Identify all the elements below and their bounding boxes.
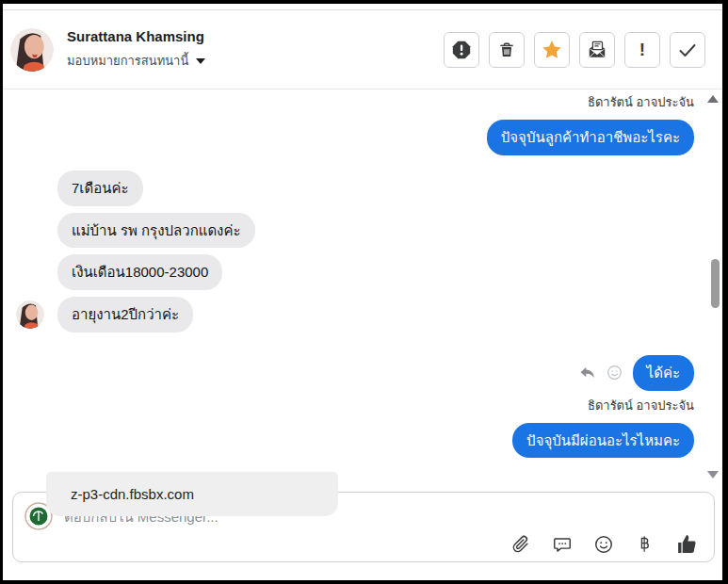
- trash-icon: [497, 41, 516, 59]
- message-row-with-avatar: อายุงาน2ปีกว่าค่ะ: [14, 297, 694, 333]
- woman-avatar-image: [10, 28, 54, 72]
- star-icon: [541, 39, 563, 61]
- emoji-button[interactable]: [593, 534, 614, 555]
- outgoing-message-bubble: ได้ค่ะ: [633, 355, 694, 391]
- reply-arrow-icon: [578, 364, 597, 382]
- scrollbar-thumb[interactable]: [711, 259, 720, 308]
- mark-important-button[interactable]: !: [624, 32, 660, 68]
- mark-done-button[interactable]: [670, 32, 705, 68]
- incoming-message-bubble: อายุงาน2ปีกว่าค่ะ: [57, 297, 193, 333]
- sender-name-label: ธิดารัตน์ อาจประจัน: [588, 396, 694, 415]
- saved-replies-button[interactable]: [552, 534, 573, 555]
- message-row-hover: ได้ค่ะ: [14, 355, 694, 391]
- outgoing-message-bubble: ปัจจุบันลูกค้าทำอาชีพอะไรคะ: [487, 120, 694, 155]
- composer-actions: [24, 532, 701, 556]
- message-row: ปัจจุบันมีผ่อนอะไรไหมคะ: [14, 423, 694, 459]
- attach-file-button[interactable]: [510, 534, 531, 555]
- contact-avatar[interactable]: [10, 28, 54, 72]
- thumbs-up-icon: [675, 532, 699, 556]
- important-icon: !: [639, 40, 645, 60]
- woman-avatar-image: [16, 300, 44, 329]
- sender-label-row: ธิดารัตน์ อาจประจัน: [14, 396, 694, 415]
- mark-unread-button[interactable]: [579, 32, 615, 68]
- message-row: 7เดือนค่ะ: [14, 170, 694, 206]
- assign-conversation-dropdown[interactable]: มอบหมายการสนทนานี้: [67, 51, 205, 71]
- scroll-down-arrow-icon[interactable]: [707, 471, 719, 479]
- smiley-outline-icon: [606, 364, 623, 381]
- panel-top-divider: [3, 4, 722, 10]
- message-sender-avatar[interactable]: [16, 300, 44, 329]
- sender-label-row: ธิดารัตน์ อาจประจัน: [14, 92, 694, 112]
- scroll-up-arrow-icon[interactable]: [707, 95, 719, 103]
- delete-button[interactable]: [489, 32, 525, 68]
- conversation-window: Surattana Khamsing มอบหมายการสนทนานี้: [0, 0, 728, 584]
- link-attachment-domain: z-p3-cdn.fbsbx.com: [71, 486, 194, 502]
- chevron-down-icon: [196, 58, 205, 64]
- outgoing-message-bubble: ปัจจุบันมีผ่อนอะไรไหมคะ: [512, 423, 694, 459]
- message-row: แม่บ้าน รพ กรุงปลวกแดงค่ะ: [14, 213, 694, 249]
- message-hover-actions: [578, 364, 623, 382]
- reply-button[interactable]: [578, 364, 597, 382]
- paperclip-icon: [510, 534, 531, 555]
- report-spam-button[interactable]: [444, 32, 479, 68]
- payment-button[interactable]: [635, 534, 655, 554]
- smiley-icon: [593, 534, 614, 555]
- incoming-message-bubble: เงินเดือน18000-23000: [57, 254, 222, 290]
- sender-name-label: ธิดารัตน์ อาจประจัน: [588, 92, 694, 112]
- message-list: ธิดารัตน์ อาจประจัน ปัจจุบันลูกค้าทำอาชี…: [3, 89, 722, 484]
- react-button[interactable]: [606, 364, 623, 381]
- incoming-message-bubble: แม่บ้าน รพ กรุงปลวกแดงค่ะ: [57, 213, 255, 249]
- conversation-header: Surattana Khamsing มอบหมายการสนทนานี้: [3, 10, 722, 89]
- comment-dots-icon: [552, 534, 573, 555]
- message-row: z-p3-cdn.fbsbx.com: [14, 472, 694, 516]
- contact-name: Surattana Khamsing: [67, 28, 205, 44]
- mark-unread-icon: [587, 40, 607, 60]
- star-button[interactable]: [534, 32, 570, 68]
- like-button[interactable]: [675, 532, 699, 556]
- contact-info: Surattana Khamsing มอบหมายการสนทนานี้: [67, 28, 205, 71]
- assign-conversation-label: มอบหมายการสนทนานี้: [67, 51, 188, 71]
- incoming-message-bubble: 7เดือนค่ะ: [57, 170, 143, 206]
- spam-icon: [451, 40, 472, 60]
- link-attachment-card[interactable]: z-p3-cdn.fbsbx.com: [46, 472, 338, 516]
- conversation-toolbar: !: [444, 32, 705, 68]
- done-check-icon: [676, 39, 699, 61]
- message-row: เงินเดือน18000-23000: [14, 254, 694, 290]
- message-row: ปัจจุบันลูกค้าทำอาชีพอะไรคะ: [14, 120, 694, 155]
- baht-icon: [635, 534, 655, 554]
